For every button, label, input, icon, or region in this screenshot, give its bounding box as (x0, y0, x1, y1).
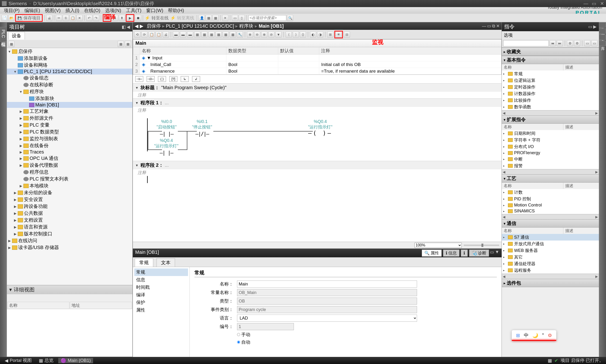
tree-item[interactable]: ▼启保停 (7, 48, 132, 55)
instr-opt-btn2[interactable]: ⚙ (574, 40, 580, 46)
instr-category-header[interactable]: ▾基本指令 (502, 56, 599, 64)
et-12[interactable]: ▦ (216, 31, 222, 38)
form-name-input[interactable] (237, 281, 417, 288)
network-1-header[interactable]: ▼ 程序段 1： ... (133, 98, 502, 107)
insp-tab-text[interactable]: 文本 (156, 258, 175, 267)
instr-category-header[interactable]: ▸收藏夹 (502, 48, 599, 56)
insp-nav-attr[interactable]: 属性 (134, 306, 188, 314)
tree-item[interactable]: 程序信息 (7, 169, 132, 175)
tree-item[interactable]: Main [OB1] (7, 102, 132, 108)
tree-collapse-button[interactable]: ◧ (122, 24, 126, 30)
instr-item[interactable]: ▸数学函数 (502, 104, 599, 110)
ime-toolbar[interactable]: ⊞ 中 🌙 ° ⚙ (512, 330, 556, 340)
crumb-3[interactable]: 程序块 (238, 23, 255, 29)
tree-item[interactable]: PLC 报警文本列表 (7, 175, 132, 182)
instr-item[interactable]: ▸Motion Control (502, 202, 599, 208)
instr-item[interactable]: ▸分布式 I/O (502, 143, 599, 150)
paste-button[interactable]: 📋 (70, 15, 76, 21)
tree-item[interactable]: ▶读卡器/USB 存储器 (7, 244, 132, 251)
insp-nav-general[interactable]: 常规 (134, 268, 188, 276)
tree-item[interactable]: ▼PLC_1 [CPU 1214C DC/DC/DC] (7, 69, 132, 75)
save-project-button[interactable]: 💾 (16, 15, 23, 21)
menu-options[interactable]: 选项(N) (103, 7, 124, 14)
et-26[interactable]: ⊞ (327, 31, 333, 38)
zoom-select[interactable]: 100% (414, 243, 462, 248)
print-button[interactable]: 🖨 (46, 15, 52, 21)
status-icon[interactable]: ▦ (548, 358, 552, 363)
ladder-editor[interactable]: ⊣⊢ ⊣/⊢ ( ) [?] ↳ ↲ ▼ 块标题： "Main Program … (133, 75, 502, 242)
tree-item[interactable]: 设备组态 (7, 75, 132, 81)
fav-coil[interactable]: ( ) (158, 76, 166, 82)
block-title-row[interactable]: ▼ 块标题： "Main Program Sweep (Cycle)" (133, 83, 502, 92)
instruction-options-header[interactable]: 选项 (502, 31, 599, 39)
contact-stop-button[interactable]: %I0.1 "停止按钮" —|/|— (192, 119, 212, 137)
interface-row[interactable]: 3◈ RemanenceBool=True, if remanent data … (133, 68, 501, 75)
tree-item[interactable]: ▶PLC 数据类型 (7, 129, 132, 135)
instr-search-btn2[interactable]: ⏭ (557, 40, 563, 46)
split-v-button[interactable]: ▯ (239, 15, 245, 21)
instr-item[interactable]: ▸S7 通信 (502, 234, 599, 241)
et-19[interactable]: ⊘ (268, 31, 275, 38)
instr-search-btn1[interactable]: ⏮ (550, 40, 556, 46)
instr-item[interactable]: ▸日期和时间 (502, 130, 599, 137)
tree-item[interactable]: ▶未分组的设备 (7, 189, 132, 196)
vtab-libs[interactable]: 库 (599, 41, 606, 46)
instr-item[interactable]: ▸开放式用户通信 (502, 241, 599, 247)
inspector-tab-diag[interactable]: 🩺诊断 (469, 249, 489, 257)
start-simulation-button[interactable]: ▶ (127, 15, 133, 21)
instruction-search-input[interactable] (503, 40, 549, 46)
menu-view[interactable]: 视图(V) (42, 7, 63, 14)
fav-no-contact[interactable]: ⊣⊢ (135, 76, 143, 82)
vtab-instructions[interactable]: 指令 (599, 22, 606, 27)
tree-item[interactable]: ▶版本控制接口 (7, 230, 132, 237)
instr-opt-btn1[interactable]: ⚙ (567, 40, 573, 46)
editor-min-button[interactable]: — (482, 24, 486, 29)
detail-view-header[interactable]: ▾详细视图 (7, 285, 132, 294)
et-13[interactable]: ▦ (223, 31, 229, 38)
tree-item[interactable]: 添加新设备 (7, 55, 132, 62)
tree-tb-2[interactable]: ▦ (118, 41, 124, 47)
tree-item[interactable]: ▶语言和资源 (7, 223, 132, 230)
et-18[interactable]: ⊗ (261, 31, 267, 38)
instr-opt-btn3[interactable]: ▭ (584, 40, 590, 46)
et-28[interactable]: ⊟ (344, 31, 350, 38)
tree-item[interactable]: ▶PLC 变量 (7, 122, 132, 129)
fav-branch-close[interactable]: ↲ (192, 76, 200, 82)
delete-button[interactable]: ✕ (77, 15, 83, 21)
tree-item[interactable]: ▶文档设置 (7, 217, 132, 223)
tb-icon-4[interactable]: ✕ (222, 15, 228, 21)
menu-insert[interactable]: 插入(I) (63, 7, 82, 14)
tree-item[interactable]: ▶外部源文件 (7, 115, 132, 122)
inspector-tab-info2[interactable]: ℹ (461, 249, 468, 257)
instr-item[interactable]: ▸SINAMICS (502, 208, 599, 214)
instr-item[interactable]: ▸比较操作 (502, 97, 599, 104)
et-9[interactable]: ▦ (194, 31, 200, 38)
instr-item[interactable]: ▸PID 控制 (502, 195, 599, 202)
menu-edit[interactable]: 编辑(E) (22, 7, 43, 14)
tree-item[interactable]: ▶安全设置 (7, 196, 132, 203)
instr-item[interactable]: ▸常规 (502, 70, 599, 77)
insp-nav-compile[interactable]: 编译 (134, 291, 188, 299)
monitor-button[interactable]: 👁 (336, 31, 342, 38)
portal-view-button[interactable]: ◀ Portal 视图 (2, 357, 34, 364)
tree-item[interactable]: ▶工艺对象 (7, 108, 132, 115)
crumb-4[interactable]: Main [OB1] (257, 23, 285, 29)
vtab-plc-programming[interactable]: PLC 编程 (0, 27, 7, 42)
tree-item[interactable]: ▶在线访问 (7, 237, 132, 244)
tree-item[interactable]: ▶本地模块 (7, 182, 132, 189)
et-25[interactable]: ◑ (317, 31, 323, 38)
instr-category-header[interactable]: ▾扩展指令 (502, 116, 599, 124)
fav-branch-open[interactable]: ↳ (181, 76, 189, 82)
editor-max-button[interactable]: ▭ (487, 23, 491, 29)
insp-nav-protection[interactable]: 保护 (134, 299, 188, 306)
fav-nc-contact[interactable]: ⊣/⊢ (147, 76, 155, 82)
instr-opt-btn4[interactable]: ▭ (591, 40, 597, 46)
tree-item[interactable]: 添加新块 (7, 95, 132, 102)
stop-button[interactable]: ⏹ (135, 15, 141, 21)
tree-item[interactable]: ▶Traces (7, 149, 132, 155)
et-11[interactable]: ▦ (208, 31, 215, 38)
tree-item[interactable]: ▶设备代理数据 (7, 162, 132, 169)
instr-item[interactable]: ▸计数器操作 (502, 90, 599, 97)
tb-icon-3[interactable]: ▦ (212, 15, 219, 21)
instr-item[interactable]: ▸WEB 服务器 (502, 247, 599, 254)
